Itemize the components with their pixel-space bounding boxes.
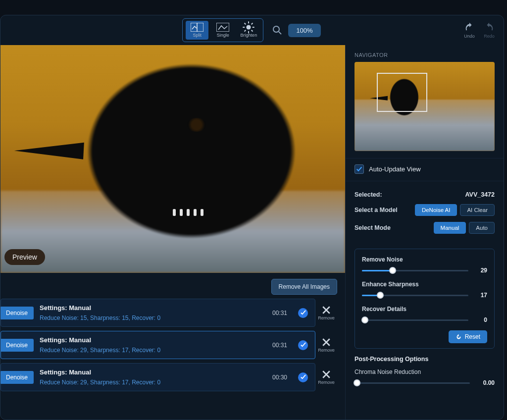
- undo-label: Undo: [464, 34, 475, 39]
- svg-line-9: [252, 30, 253, 32]
- view-single-label: Single: [217, 33, 229, 38]
- card-title: Settings: Manual: [40, 336, 266, 344]
- remove-card-button[interactable]: Remove: [315, 299, 337, 327]
- post-processing-title: Post-Processing Options: [355, 356, 495, 363]
- model-segmented: DeNoise AI AI Clear: [415, 204, 495, 216]
- select-mode-label: Select Mode: [355, 224, 391, 231]
- chroma-slider[interactable]: [355, 382, 470, 384]
- remove-card-button[interactable]: Remove: [315, 363, 337, 391]
- toolbar-center: Split Single Brighten 100%: [182, 18, 320, 42]
- svg-point-3: [247, 25, 251, 29]
- top-toolbar: Split Single Brighten 100%: [0, 15, 504, 45]
- queue-card[interactable]: DenoiseSettings: ManualReduce Noise: 29,…: [0, 331, 315, 359]
- card-title: Settings: Manual: [40, 368, 266, 376]
- denoise-tag: Denoise: [0, 307, 34, 319]
- redo-button[interactable]: Redo: [484, 22, 495, 39]
- card-body: Settings: ManualReduce Noise: 29, Sharpn…: [40, 336, 266, 354]
- model-ai-clear-button[interactable]: AI Clear: [460, 204, 495, 216]
- view-split-button[interactable]: Split: [186, 21, 208, 40]
- preview-viewport[interactable]: Preview: [0, 45, 345, 273]
- check-badge-icon: [298, 340, 308, 350]
- card-title: Settings: Manual: [40, 304, 266, 312]
- view-split-label: Split: [193, 33, 202, 38]
- enhance-sharpness-label: Enhance Sharpness: [362, 281, 487, 288]
- card-duration: 00:31: [272, 342, 287, 349]
- remove-label: Remove: [318, 348, 335, 353]
- mode-auto-button[interactable]: Auto: [469, 222, 495, 234]
- enhance-sharpness-row: Enhance Sharpness 17: [362, 281, 487, 299]
- remove-all-images-button[interactable]: Remove All Images: [271, 279, 337, 295]
- svg-line-11: [252, 23, 253, 25]
- auto-update-checkbox[interactable]: [355, 164, 364, 174]
- auto-update-row[interactable]: Auto-Update View: [346, 158, 504, 181]
- zoom-controls: 100%: [272, 24, 320, 37]
- undo-button[interactable]: Undo: [464, 22, 475, 39]
- preview-image: [0, 45, 345, 273]
- recover-details-value: 0: [473, 316, 487, 323]
- view-brighten-label: Brighten: [241, 33, 257, 38]
- queue-row: DenoiseSettings: ManualReduce Noise: 15,…: [0, 299, 337, 327]
- select-mode-row: Select Mode Manual Auto: [355, 219, 495, 237]
- brighten-icon: [242, 23, 255, 32]
- close-icon: [322, 338, 331, 347]
- selected-label: Selected:: [355, 191, 382, 198]
- queue-card[interactable]: DenoiseSettings: ManualReduce Noise: 29,…: [0, 363, 315, 391]
- queue-row: DenoiseSettings: ManualReduce Noise: 29,…: [0, 331, 337, 359]
- magnifier-icon[interactable]: [272, 25, 282, 35]
- chroma-label: Chroma Noise Reduction: [355, 368, 495, 375]
- reset-button[interactable]: Reset: [449, 330, 487, 343]
- close-icon: [322, 306, 331, 315]
- auto-update-label: Auto-Update View: [369, 165, 421, 173]
- remove-label: Remove: [318, 315, 335, 320]
- remove-card-button[interactable]: Remove: [315, 331, 337, 359]
- chroma-value: 0.00: [475, 379, 495, 386]
- select-model-label: Select a Model: [355, 207, 398, 213]
- main-area: Preview Remove All Images DenoiseSetting…: [0, 45, 504, 420]
- redo-label: Redo: [484, 34, 495, 39]
- mode-manual-button[interactable]: Manual: [434, 222, 466, 234]
- card-subtitle: Reduce Noise: 29, Sharpness: 17, Recover…: [40, 347, 266, 354]
- zoom-level[interactable]: 100%: [288, 24, 320, 37]
- check-badge-icon: [298, 372, 308, 382]
- navigator-viewport-frame[interactable]: [377, 73, 427, 112]
- model-denoise-ai-button[interactable]: DeNoise AI: [415, 204, 457, 216]
- right-panel: NAVIGATOR Auto-Update View Selected: AVV…: [345, 45, 504, 420]
- queue-list: DenoiseSettings: ManualReduce Noise: 15,…: [0, 299, 345, 420]
- remove-noise-value: 29: [473, 267, 487, 274]
- recover-details-label: Recover Details: [362, 306, 487, 313]
- card-subtitle: Reduce Noise: 15, Sharpness: 15, Recover…: [40, 315, 266, 321]
- undo-redo-group: Undo Redo: [464, 22, 495, 39]
- queue-card[interactable]: DenoiseSettings: ManualReduce Noise: 15,…: [0, 299, 315, 327]
- post-processing-section: Post-Processing Options Chroma Noise Red…: [346, 349, 504, 386]
- view-brighten-button[interactable]: Brighten: [237, 21, 260, 40]
- app-window: Split Single Brighten 100%: [0, 15, 504, 420]
- view-single-button[interactable]: Single: [211, 21, 234, 40]
- card-body: Settings: ManualReduce Noise: 29, Sharpn…: [40, 368, 266, 386]
- single-view-icon: [216, 23, 229, 32]
- view-mode-group: Split Single Brighten: [182, 18, 263, 42]
- selected-row: Selected: AVV_3472: [355, 188, 495, 201]
- denoise-tag: Denoise: [0, 339, 34, 352]
- selected-value: AVV_3472: [465, 191, 495, 198]
- card-duration: 00:30: [272, 374, 287, 381]
- card-body: Settings: ManualReduce Noise: 15, Sharpn…: [40, 304, 266, 321]
- sliders-block: Remove Noise 29 Enhance Sharpness: [355, 249, 495, 349]
- enhance-sharpness-value: 17: [473, 292, 487, 299]
- recover-details-row: Recover Details 0: [362, 306, 487, 323]
- close-icon: [322, 370, 331, 379]
- remove-noise-row: Remove Noise 29: [362, 256, 487, 274]
- svg-line-13: [279, 32, 281, 34]
- remove-noise-slider[interactable]: [362, 270, 468, 271]
- reset-label: Reset: [465, 333, 480, 340]
- split-view-icon: [191, 23, 203, 32]
- denoise-tag: Denoise: [0, 371, 34, 384]
- enhance-sharpness-slider[interactable]: [362, 295, 468, 296]
- preview-badge: Preview: [4, 249, 45, 265]
- navigator-thumbnail[interactable]: [355, 62, 495, 151]
- recover-details-slider[interactable]: [362, 319, 468, 321]
- card-subtitle: Reduce Noise: 29, Sharpness: 17, Recover…: [40, 379, 266, 386]
- mode-segmented: Manual Auto: [434, 222, 495, 234]
- remove-noise-label: Remove Noise: [362, 256, 487, 263]
- svg-point-12: [273, 26, 279, 32]
- remove-label: Remove: [318, 380, 335, 385]
